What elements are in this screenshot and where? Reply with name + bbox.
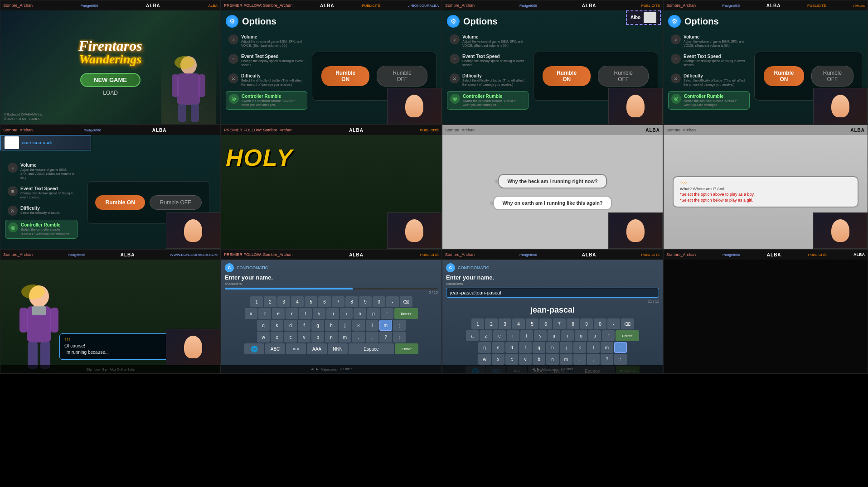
key-3[interactable]: 3: [277, 296, 290, 307]
option-rumble-r2c1[interactable]: ◎ Controller Rumble Switch the controlle…: [5, 220, 78, 238]
key-v[interactable]: v: [298, 332, 310, 342]
key-u-r3c3[interactable]: u: [548, 330, 560, 341]
key-0[interactable]: 0: [373, 296, 385, 307]
key-6-r3c3[interactable]: 6: [539, 318, 552, 329]
key-5[interactable]: 5: [305, 296, 317, 307]
key-r-r3c3[interactable]: r: [507, 330, 519, 341]
rumble-on-button-r1c4[interactable]: Rumble ON: [764, 66, 804, 86]
key-f[interactable]: f: [298, 320, 310, 331]
key-1[interactable]: 1: [250, 296, 263, 307]
rumble-off-button[interactable]: Rumble OFF: [377, 66, 427, 87]
key-t[interactable]: t: [299, 308, 312, 319]
key-x[interactable]: x: [271, 332, 283, 342]
key-question[interactable]: ?: [379, 332, 392, 342]
key-o[interactable]: o: [354, 308, 366, 319]
key-colon2-r3c3[interactable]: :: [614, 354, 627, 365]
key-4-r3c3[interactable]: 4: [512, 318, 525, 329]
key-comma-r3c3[interactable]: ,: [587, 354, 600, 365]
key-k[interactable]: k: [352, 320, 365, 331]
key-m-r3c3[interactable]: m: [601, 342, 613, 353]
key-a[interactable]: a: [245, 308, 257, 319]
key-8-r3c3[interactable]: 8: [567, 318, 579, 329]
key-i[interactable]: i: [340, 308, 353, 319]
key-x-r3c3[interactable]: x: [492, 354, 504, 365]
key-9-r3c3[interactable]: 9: [580, 318, 593, 329]
rumble-on-r2c1[interactable]: Rumble ON: [95, 195, 145, 210]
key-p[interactable]: p: [367, 308, 380, 319]
key-g[interactable]: g: [311, 320, 324, 331]
key-c-r3c3[interactable]: c: [505, 354, 518, 365]
option-text-speed-r1c3[interactable]: ≡ Event Text Speed Change the display sp…: [447, 52, 529, 69]
new-game-button[interactable]: NEW GAME: [80, 73, 141, 87]
key-comma[interactable]: ,: [366, 332, 378, 342]
rumble-on-button[interactable]: Rumble ON: [321, 66, 369, 86]
key-j[interactable]: j: [339, 320, 351, 331]
key-u[interactable]: u: [326, 308, 339, 319]
option-volume-r2c1[interactable]: ♪ Volume Adjust the volume of game BGM, …: [5, 160, 78, 182]
key-e[interactable]: e: [272, 308, 285, 319]
key-colon-r3c3[interactable]: :: [614, 342, 627, 353]
key-w[interactable]: w: [257, 332, 270, 342]
rumble-off-button-r1c3[interactable]: Rumble OFF: [598, 66, 649, 87]
key-9[interactable]: 9: [359, 296, 372, 307]
key-w-r3c3[interactable]: w: [478, 354, 491, 365]
key-aaa[interactable]: AAA: [307, 343, 327, 354]
key-question-r3c3[interactable]: ?: [601, 354, 613, 365]
key-q[interactable]: q: [257, 320, 270, 331]
key-nnn[interactable]: NNN: [328, 343, 348, 354]
key-z[interactable]: z: [258, 308, 271, 319]
key-s-r3c3[interactable]: s: [492, 342, 504, 353]
option-text-speed-r2c1[interactable]: ≡ Event Text Speed Change the display sp…: [5, 184, 78, 202]
key-v-r3c3[interactable]: v: [519, 354, 532, 365]
key-z-r3c3[interactable]: z: [480, 330, 492, 341]
key-colon[interactable]: :: [393, 332, 406, 342]
key-a-r3c3[interactable]: a: [466, 330, 479, 341]
option-difficulty-r1c4[interactable]: ⚔ Difficulty Select the difficulty of ba…: [668, 71, 750, 89]
key-abc[interactable]: ABC: [265, 343, 285, 354]
key-4[interactable]: 4: [291, 296, 304, 307]
key-d[interactable]: d: [284, 320, 297, 331]
key-d-r3c3[interactable]: d: [505, 342, 518, 353]
key-0-r3c3[interactable]: 0: [594, 318, 606, 329]
key-n[interactable]: n: [325, 332, 338, 342]
key-t-r3c3[interactable]: t: [520, 330, 533, 341]
key-y-r3c3[interactable]: y: [534, 330, 547, 341]
option-difficulty-r2c1[interactable]: ⚔ Difficulty Select the difficulty of ba…: [5, 203, 78, 218]
key-b-r3c3[interactable]: b: [533, 354, 545, 365]
key-entree1-r3c3[interactable]: Entrée: [616, 330, 639, 341]
key-g-r3c3[interactable]: g: [533, 342, 545, 353]
key-l[interactable]: l: [366, 320, 378, 331]
key-2[interactable]: 2: [264, 296, 276, 307]
key-l-r3c3[interactable]: l: [587, 342, 600, 353]
key-entree1[interactable]: Entrée: [394, 308, 418, 319]
key-e-r3c3[interactable]: e: [493, 330, 506, 341]
rumble-off-r2c1[interactable]: Rumble OFF: [150, 195, 202, 210]
option-volume-r1c3[interactable]: ♪ Volume Adjust the volume of game BGM, …: [447, 32, 529, 50]
key-s[interactable]: s: [271, 320, 283, 331]
key-m[interactable]: m: [379, 320, 392, 331]
key-y[interactable]: y: [313, 308, 325, 319]
option-controller-rumble-r1c3[interactable]: ◎ Controller Rumble Switch the controlle…: [447, 91, 529, 110]
key-m2[interactable]: m: [339, 332, 351, 342]
key-apos-r3c3[interactable]: ': [602, 330, 615, 341]
option-text-speed[interactable]: ≡ Event Text Speed Change the display sp…: [226, 52, 307, 69]
key-6[interactable]: 6: [318, 296, 331, 307]
key-o-r3c3[interactable]: o: [575, 330, 587, 341]
key-space[interactable]: Espace: [349, 343, 394, 354]
key-8[interactable]: 8: [345, 296, 358, 307]
key-special[interactable]: #+=: [286, 343, 306, 354]
key-i-r3c3[interactable]: i: [561, 330, 574, 341]
key-semi[interactable]: ;: [393, 320, 406, 331]
key-q-r3c3[interactable]: q: [478, 342, 491, 353]
key-dash-r3c3[interactable]: -: [607, 318, 620, 329]
option-volume[interactable]: ♪ Volume Adjust the volume of game BGM, …: [226, 32, 307, 50]
key-entree2[interactable]: Entrer: [395, 343, 418, 354]
key-k-r3c3[interactable]: k: [573, 342, 586, 353]
key-c[interactable]: c: [284, 332, 297, 342]
key-h-r3c3[interactable]: h: [546, 342, 559, 353]
key-2-r3c3[interactable]: 2: [485, 318, 498, 329]
key-3-r3c3[interactable]: 3: [499, 318, 511, 329]
key-period-r3c3[interactable]: .: [573, 354, 586, 365]
option-text-speed-r1c4[interactable]: ≡ Event Text Speed Change the display sp…: [668, 52, 750, 69]
key-f-r3c3[interactable]: f: [519, 342, 532, 353]
